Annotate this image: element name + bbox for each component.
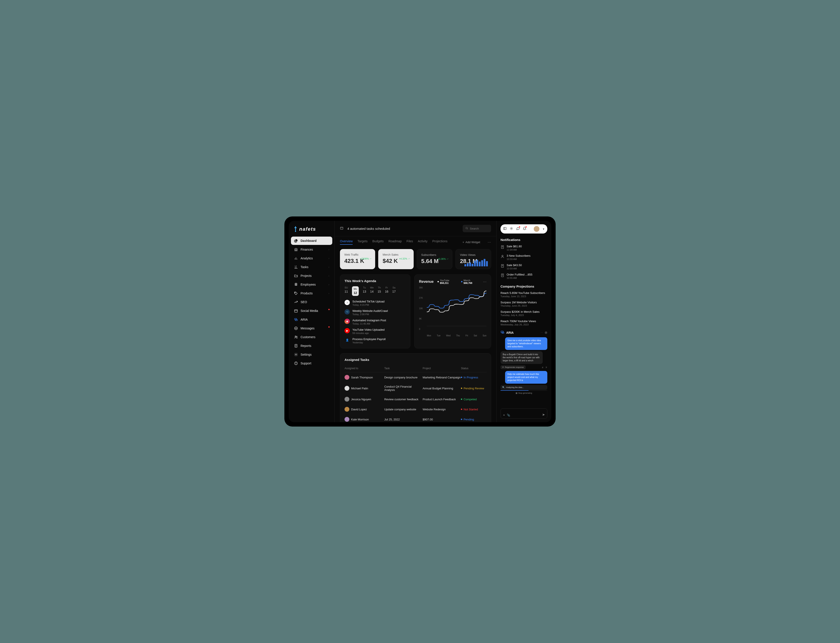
day-15[interactable]: Th15 <box>378 286 381 296</box>
wand-icon[interactable]: ✦ <box>503 414 505 417</box>
calendar-icon <box>294 309 298 313</box>
chevron-down-icon[interactable]: ▼ <box>542 228 545 230</box>
projection-item[interactable]: Surpass 1M Website VisitorsThursday, Jun… <box>500 301 547 307</box>
tab-roadmap[interactable]: Roadmap <box>389 240 402 245</box>
messages-icon[interactable] <box>516 227 520 231</box>
day-11[interactable]: SU11 <box>345 286 348 296</box>
tab-budgets[interactable]: Budgets <box>372 240 383 245</box>
nav-label: SEO <box>301 300 307 304</box>
thumbs-up-icon[interactable]: 👍︎ <box>542 366 544 369</box>
tab-projections[interactable]: Projections <box>432 240 447 245</box>
sidebar-item-employees[interactable]: Employees› <box>291 280 332 289</box>
day-17[interactable]: Sa17 <box>392 286 396 296</box>
svg-rect-9 <box>295 318 296 320</box>
agenda-item[interactable]: ♪Scheduled TikTok UploadToday, 4:15 PM <box>345 300 406 306</box>
svg-line-40 <box>512 227 513 228</box>
dashboard-icon <box>294 239 298 243</box>
nav: DashboardFinances›Analytics›Tasks›Projec… <box>291 237 332 367</box>
user-avatar[interactable] <box>534 226 539 232</box>
more-icon[interactable]: ⋯ <box>488 240 491 244</box>
agenda-item[interactable]: ⟲Weekly Website Audit/CrawlToday, 2:00 P… <box>345 309 406 316</box>
tab-activity[interactable]: Activity <box>418 240 427 245</box>
aria-close-icon[interactable]: ✕ <box>545 331 547 334</box>
regenerate-button[interactable]: ⟳ Regenerate response <box>500 365 526 369</box>
nav-label: Analytics <box>301 256 313 260</box>
nav-label: Dashboard <box>301 239 317 243</box>
table-row[interactable]: David Lopez Update company website Websi… <box>345 404 487 414</box>
day-12[interactable]: Mo12 <box>352 286 359 296</box>
tab-targets[interactable]: Targets <box>357 240 368 245</box>
notification-item[interactable]: 3 New Subscribers10:59 AM <box>500 254 547 260</box>
notification-item[interactable]: Order Fulfilled ...85510:55 AM <box>500 273 547 279</box>
table-row[interactable]: Michael Patin Conduct Q4 Financial Analy… <box>345 382 487 394</box>
user-icon <box>500 255 505 258</box>
sidebar-item-customers[interactable]: Customers <box>291 333 332 341</box>
search-input-wrapper[interactable] <box>463 225 491 232</box>
day-16[interactable]: Fr16 <box>385 286 389 296</box>
scheduled-tasks-text: 4 automated tasks scheduled <box>347 227 390 230</box>
agenda-item[interactable]: ◉Automated Instagram PostToday, 11:45 AM <box>345 319 406 325</box>
tag-icon <box>294 291 298 295</box>
stat-card-video-views[interactable]: Video Views28.1 M <box>456 249 491 269</box>
status-dot <box>461 398 462 400</box>
table-row[interactable]: Jessica Nguyen Review customer feedback … <box>345 394 487 404</box>
notifications-icon[interactable] <box>523 227 526 231</box>
sidebar-item-social-media[interactable]: Social Media <box>291 307 332 315</box>
sidebar-item-dashboard[interactable]: Dashboard <box>291 237 332 245</box>
svg-line-37 <box>510 227 511 228</box>
stat-card-merch-sales[interactable]: Merch Sales$42 K+4.32% <box>378 249 413 269</box>
chat-input[interactable]: ✦ 📎 ➤ <box>500 408 547 419</box>
projection-item[interactable]: Surpass $200K in Merch SalesTuesday, Jul… <box>500 310 547 317</box>
aria-more-icon[interactable]: ⋯ <box>540 331 543 334</box>
day-14[interactable]: We14 <box>370 286 374 296</box>
info-icon <box>294 361 298 365</box>
tab-files[interactable]: Files <box>407 240 413 245</box>
sidebar-item-aria[interactable]: ARIA <box>291 315 332 324</box>
sidebar-item-seo[interactable]: SEO <box>291 298 332 306</box>
agenda-item[interactable]: 👤Process Employee PayrollYesterday <box>345 338 406 344</box>
sidebar-item-support[interactable]: Support <box>291 359 332 367</box>
notification-item[interactable]: Sale $43.5010:59 AM <box>500 263 547 270</box>
nav-label: Employees <box>301 283 316 286</box>
stat-card-web-traffic[interactable]: Web Traffic423.1 K+2338% <box>340 249 375 269</box>
chevron-right-icon: › <box>329 257 329 259</box>
theme-toggle-icon[interactable] <box>510 227 513 231</box>
sidebar-item-products[interactable]: Products› <box>291 289 332 297</box>
attach-icon[interactable]: 📎 <box>507 414 510 417</box>
stop-generating-button[interactable]: ▦ Stop generating <box>500 392 547 394</box>
projections-title: Company Projections <box>500 284 547 288</box>
sidebar-item-reports[interactable]: Reports <box>291 342 332 350</box>
send-icon[interactable]: ➤ <box>542 413 545 417</box>
revenue-panel: Revenue YouTube $58,211Merch $68,768 ⋯ 3… <box>414 274 491 348</box>
search-icon: 🔍 <box>502 386 505 388</box>
tab-overview[interactable]: Overview <box>340 240 353 245</box>
trend-icon <box>294 300 298 304</box>
revenue-more-icon[interactable]: ⋯ <box>483 280 487 284</box>
chat-icon <box>294 318 298 322</box>
sidebar-item-finances[interactable]: Finances› <box>291 245 332 254</box>
sidebar-toggle-icon[interactable] <box>503 227 506 231</box>
svg-point-21 <box>296 354 296 355</box>
sidebar-item-analytics[interactable]: Analytics› <box>291 254 332 263</box>
projection-item[interactable]: Reach 700M Youtube ViewsWednesday, July … <box>500 320 547 326</box>
brand-mark-icon <box>293 226 298 232</box>
agenda-item[interactable]: ▶YouTube Video Uploaded59 minutes ago <box>345 328 406 335</box>
svg-point-6 <box>295 292 295 293</box>
table-row[interactable]: Kate Morrison Jul 25, 2022 $907.00 Pendi… <box>345 414 487 422</box>
sidebar-item-tasks[interactable]: Tasks› <box>291 263 332 271</box>
thumbs-down-icon[interactable]: 👎︎ <box>545 366 547 369</box>
svg-rect-30 <box>503 227 506 230</box>
day-13[interactable]: Tu13 <box>363 286 366 296</box>
add-widget-button[interactable]: + Add Widget <box>462 240 480 244</box>
search-input[interactable] <box>470 227 488 230</box>
sidebar-item-projects[interactable]: Projects› <box>291 272 332 280</box>
user-message: Help me estimate how much this project w… <box>505 371 547 384</box>
notification-item[interactable]: Sale $61.8011:04 AM <box>500 245 547 251</box>
stat-card-subscribers[interactable]: Subscribers5.64 M+0.36% <box>417 249 453 269</box>
svg-point-16 <box>296 336 297 337</box>
sidebar-item-messages[interactable]: Messages <box>291 324 332 333</box>
projection-item[interactable]: Reach 5.65M YouTube SubscribersTuesday, … <box>500 291 547 298</box>
table-row[interactable]: Sarah Thompson Design company brochure M… <box>345 372 487 382</box>
status-dot <box>461 409 462 410</box>
sidebar-item-settings[interactable]: Settings <box>291 350 332 359</box>
